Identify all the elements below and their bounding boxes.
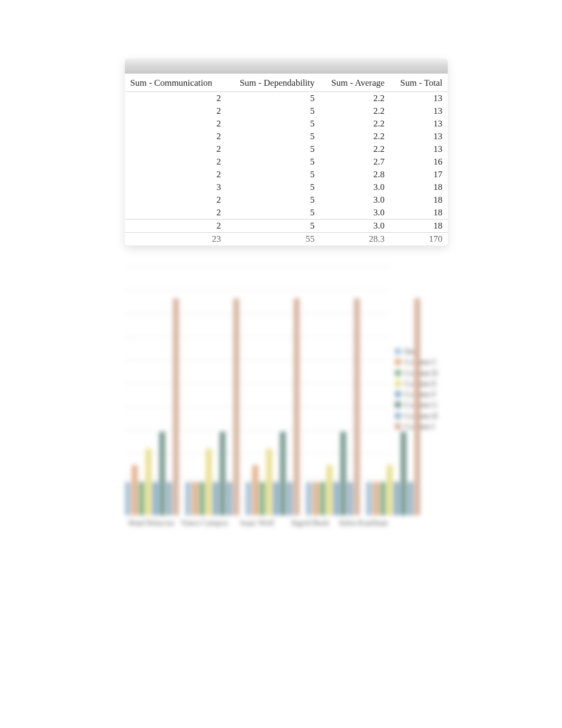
table-header-row: Sum - Communication Sum - Dependability … (125, 74, 448, 92)
bar (320, 482, 325, 515)
bar (380, 482, 386, 515)
table-row: 252.817 (125, 168, 448, 181)
table-cell: 2.2 (320, 143, 390, 156)
table-cell: 5 (226, 105, 320, 117)
col-header: Sum - Dependability (226, 74, 320, 92)
bar (313, 482, 319, 515)
bar (414, 298, 420, 515)
table-cell: 2 (125, 130, 226, 143)
chart-card: DataColumn CColumn DColumn EColumn FColu… (125, 267, 448, 527)
bar (125, 482, 131, 515)
table-cell: 2.2 (320, 130, 390, 143)
table-row: 252.213 (125, 105, 448, 117)
table-row: 252.213 (125, 130, 448, 143)
table-cell: 18 (390, 206, 448, 220)
bar (192, 482, 198, 515)
bar (287, 482, 293, 515)
table-cell: 5 (226, 117, 320, 130)
table-cell: 5 (226, 206, 320, 220)
bar (394, 482, 400, 515)
x-tick-label: Vance Campos (178, 515, 231, 527)
table-cell: 13 (390, 117, 448, 130)
x-tick-label: Ingrid Bush (284, 515, 337, 527)
bar-group (185, 281, 239, 515)
bar-group (125, 281, 179, 515)
table-cell: 13 (390, 143, 448, 156)
table-cell: 5 (226, 143, 320, 156)
col-header: Sum - Communication (125, 74, 226, 92)
bar (366, 482, 372, 515)
x-tick-label: Adria Kaufman (337, 515, 389, 527)
table-cell: 5 (226, 168, 320, 181)
table-cell: 13 (390, 105, 448, 117)
bar (273, 482, 279, 515)
bar (213, 482, 219, 515)
table-cell: 2 (125, 117, 226, 130)
table-cell: 2 (125, 105, 226, 117)
table-row: 353.018 (125, 181, 448, 194)
table-cell: 3.0 (320, 181, 390, 194)
summary-table: Sum - Communication Sum - Dependability … (125, 74, 448, 245)
table-cell: 2 (125, 206, 226, 220)
table-cell: 5 (226, 92, 320, 105)
bar (280, 432, 286, 515)
x-tick-label: Shad Delacruz (125, 515, 178, 527)
table-topbar (125, 58, 448, 74)
bar (159, 432, 165, 515)
bar-group (306, 281, 360, 515)
bar (139, 482, 144, 515)
bar-group (366, 281, 420, 515)
table-cell: 2 (125, 168, 226, 181)
table-cell: 2.2 (320, 117, 390, 130)
table-row: 253.018 (125, 194, 448, 206)
bar (132, 465, 138, 515)
bar (152, 482, 158, 515)
bar (166, 482, 172, 515)
table-row: 253.018 (125, 206, 448, 220)
bar (199, 482, 205, 515)
bar-chart: DataColumn CColumn DColumn EColumn FColu… (125, 267, 448, 515)
table-cell: 2.2 (320, 92, 390, 105)
table-cell: 5 (226, 194, 320, 206)
bar (407, 482, 413, 515)
bar (266, 449, 272, 515)
table-cell: 2.8 (320, 168, 390, 181)
table-cell: 2 (125, 156, 226, 168)
bar (347, 482, 353, 515)
table-row: 252.213 (125, 92, 448, 105)
col-header: Sum - Average (320, 74, 390, 92)
table-row: 252.716 (125, 156, 448, 168)
bar (387, 465, 393, 515)
bar (401, 432, 406, 515)
table-cell: 18 (390, 181, 448, 194)
table-cell: 13 (390, 130, 448, 143)
table-cell: 2 (125, 143, 226, 156)
table-cell: 13 (390, 92, 448, 105)
bar (246, 482, 251, 515)
col-header: Sum - Total (390, 74, 448, 92)
bar (327, 465, 332, 515)
table-cell: 3.0 (320, 206, 390, 220)
bar (185, 482, 191, 515)
table-row: 252.213 (125, 143, 448, 156)
bar (333, 482, 339, 515)
chart-x-axis: Shad DelacruzVance CamposIsaac WolfIngri… (125, 515, 448, 527)
bar (233, 298, 239, 515)
bar (259, 482, 265, 515)
table-cell: 2 (125, 92, 226, 105)
bar-group (246, 281, 300, 515)
bar (146, 449, 151, 515)
table-cell: 5 (226, 130, 320, 143)
bar (220, 432, 225, 515)
bar (206, 449, 212, 515)
table-cell: 18 (390, 194, 448, 206)
bar (340, 432, 346, 515)
bar (173, 298, 179, 515)
table-cell: 3 (125, 181, 226, 194)
table-cell: 5 (226, 181, 320, 194)
table-cell: 2 (125, 194, 226, 206)
bar (294, 298, 300, 515)
table-cell: 2.7 (320, 156, 390, 168)
bar (252, 465, 258, 515)
table-fade (125, 230, 448, 245)
